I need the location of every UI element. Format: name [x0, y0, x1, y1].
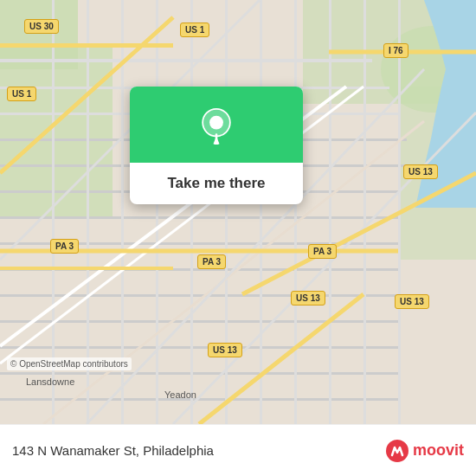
road-label-pa3-mid: PA 3 [197, 254, 226, 269]
popup-caret [208, 203, 225, 204]
svg-rect-16 [0, 320, 398, 323]
svg-rect-17 [0, 346, 398, 349]
popup-card-header [130, 87, 303, 163]
moovit-logo: moovit [385, 439, 464, 463]
svg-rect-29 [363, 0, 366, 424]
svg-rect-18 [0, 372, 398, 375]
road-label-pa3-left: PA 3 [50, 239, 79, 254]
svg-point-47 [209, 116, 223, 130]
svg-rect-15 [0, 294, 398, 297]
svg-rect-24 [190, 0, 193, 424]
road-label-us30: US 30 [24, 19, 59, 34]
svg-rect-23 [156, 0, 158, 424]
road-label-us13-right-top: US 13 [403, 164, 438, 179]
address-label: 143 N Wanamaker St, Philadelphia [12, 443, 385, 458]
road-label-us13-right: US 13 [395, 294, 429, 309]
moovit-text: moovit [413, 441, 464, 460]
svg-text:Yeadon: Yeadon [164, 389, 196, 400]
moovit-logo-icon [385, 439, 409, 463]
road-label-us13-mid: US 13 [291, 291, 325, 306]
map-container[interactable]: Lansdowne Yeadon US 30 US 1 I 76 US 1 US… [0, 0, 476, 424]
bottom-bar: 143 N Wanamaker St, Philadelphia moovit [0, 424, 476, 476]
svg-rect-28 [329, 0, 331, 424]
take-me-there-button[interactable]: Take me there [130, 163, 303, 204]
road-label-us13-bot: US 13 [208, 343, 242, 357]
location-pin-icon [197, 107, 235, 145]
svg-rect-27 [294, 0, 297, 424]
svg-rect-26 [260, 0, 262, 424]
popup-card: Take me there [130, 87, 303, 204]
svg-rect-37 [0, 43, 173, 48]
svg-rect-25 [225, 0, 228, 424]
road-label-us1-top: US 1 [180, 23, 209, 37]
svg-rect-6 [0, 59, 372, 62]
road-label-i76: I 76 [383, 43, 408, 58]
svg-text:Lansdowne: Lansdowne [26, 376, 74, 387]
copyright-text: © OpenStreetMap contributors [7, 357, 132, 370]
svg-rect-12 [0, 216, 398, 219]
road-label-pa3-right: PA 3 [308, 244, 337, 259]
road-label-us1-left: US 1 [7, 87, 36, 101]
